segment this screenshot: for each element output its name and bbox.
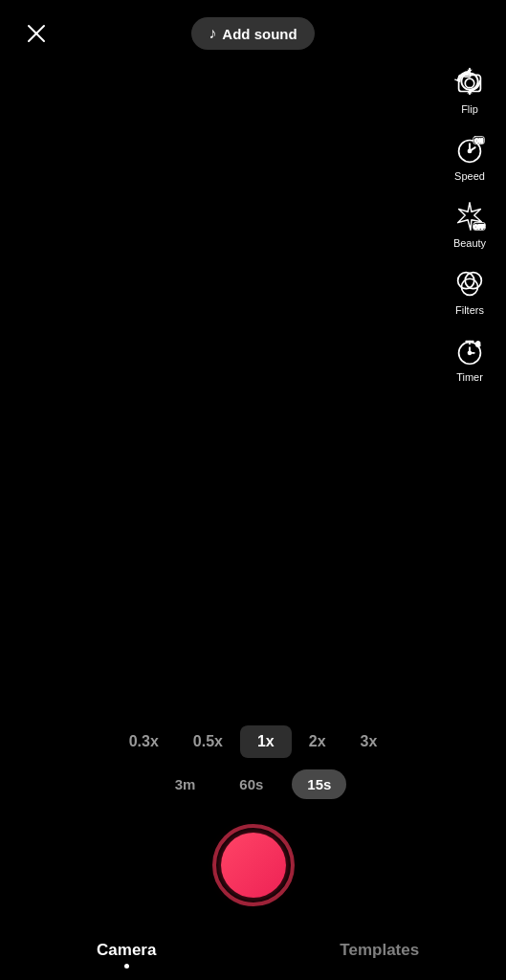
filters-label: Filters <box>455 304 484 316</box>
nav-item-camera[interactable]: Camera <box>0 937 253 972</box>
bottom-nav: Camera Templates <box>0 925 506 980</box>
right-sidebar: Flip ON Speed OFF <box>447 57 493 389</box>
speed-3x[interactable]: 3x <box>343 725 395 758</box>
music-note-icon: ♪ <box>209 25 216 42</box>
close-button[interactable] <box>19 16 54 51</box>
svg-point-15 <box>461 278 477 295</box>
duration-3m[interactable]: 3m <box>160 769 211 799</box>
sidebar-item-beauty[interactable]: OFF Beauty <box>447 191 493 255</box>
camera-nav-label: Camera <box>97 941 156 960</box>
beauty-icon: OFF <box>451 197 489 235</box>
beauty-label: Beauty <box>453 237 486 249</box>
speed-label: Speed <box>454 170 485 182</box>
svg-text:ON: ON <box>474 138 483 144</box>
speed-2x[interactable]: 2x <box>292 725 343 758</box>
header: ♪ Add sound <box>0 0 506 67</box>
speed-icon: ON <box>451 130 489 168</box>
duration-selector: 3m 60s 15s <box>0 764 506 809</box>
duration-60s[interactable]: 60s <box>224 769 278 799</box>
duration-15s[interactable]: 15s <box>292 769 346 799</box>
sidebar-item-speed[interactable]: ON Speed <box>447 124 493 188</box>
svg-point-14 <box>465 273 481 289</box>
svg-point-17 <box>469 351 472 354</box>
add-sound-button[interactable]: ♪ Add sound <box>191 17 314 50</box>
add-sound-label: Add sound <box>222 26 297 42</box>
sidebar-item-flip[interactable]: Flip <box>447 57 493 121</box>
timer-label: Timer <box>456 371 483 383</box>
sidebar-item-timer[interactable]: 3 Timer <box>447 325 493 389</box>
flip-icon <box>451 63 489 101</box>
speed-0.5x[interactable]: 0.5x <box>176 725 240 758</box>
svg-text:3: 3 <box>476 340 480 348</box>
sidebar-item-filters[interactable]: Filters <box>447 258 493 322</box>
flip-label: Flip <box>461 103 478 115</box>
close-icon <box>25 22 48 45</box>
timer-icon: 3 <box>451 331 489 369</box>
nav-item-templates[interactable]: Templates <box>253 937 507 972</box>
record-inner-circle <box>221 833 286 898</box>
speed-0.3x[interactable]: 0.3x <box>112 725 176 758</box>
templates-nav-label: Templates <box>340 941 419 960</box>
svg-point-7 <box>469 149 472 152</box>
speed-1x[interactable]: 1x <box>240 725 292 758</box>
record-area <box>0 809 506 925</box>
svg-point-13 <box>458 273 474 289</box>
svg-point-4 <box>465 78 474 88</box>
filters-icon <box>451 264 489 302</box>
record-button[interactable] <box>212 824 295 906</box>
camera-nav-dot <box>124 964 129 969</box>
svg-text:OFF: OFF <box>473 224 485 230</box>
speed-selector: 0.3x 0.5x 1x 2x 3x <box>0 716 506 764</box>
bottom-controls: 0.3x 0.5x 1x 2x 3x 3m 60s 15s <box>0 716 506 980</box>
